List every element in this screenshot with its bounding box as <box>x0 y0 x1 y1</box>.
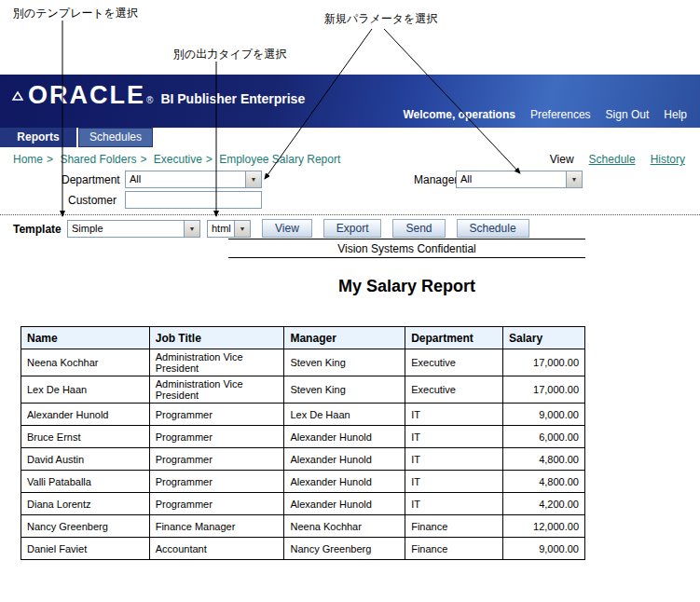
breadcrumb-separator: > <box>140 153 146 166</box>
table-cell: 9,000.00 <box>503 538 585 560</box>
welcome-text: Welcome, operations <box>403 108 515 121</box>
table-cell: Neena Kochhar <box>284 515 405 538</box>
manager-select-value: All <box>457 171 566 187</box>
table-cell: Lex De Haan <box>284 404 405 426</box>
table-cell: Finance <box>405 538 503 560</box>
customer-input[interactable] <box>125 191 262 209</box>
banner-links: Welcome, operations Preferences Sign Out… <box>403 108 687 121</box>
product-title: BI Publisher Enterprise <box>160 91 305 106</box>
dropdown-arrow-icon: ▼ <box>566 171 582 187</box>
view-mode-label: View <box>550 153 574 166</box>
breadcrumb-shared-folders[interactable]: Shared Folders <box>60 153 136 166</box>
sign-out-link[interactable]: Sign Out <box>606 108 650 121</box>
table-cell: David Austin <box>21 448 150 471</box>
breadcrumb-separator: > <box>206 153 213 166</box>
template-select[interactable]: Simple ▼ <box>67 220 200 238</box>
schedule-button[interactable]: Schedule <box>457 219 529 238</box>
schedule-link[interactable]: Schedule <box>589 153 636 166</box>
preferences-link[interactable]: Preferences <box>530 108 591 121</box>
table-cell: Diana Lorentz <box>21 493 150 515</box>
department-select-value: All <box>126 171 245 187</box>
table-cell: Alexander Hunold <box>284 471 405 493</box>
table-cell: IT <box>405 404 503 426</box>
table-cell: Executive <box>405 376 503 404</box>
breadcrumb-separator: > <box>47 153 53 166</box>
output-type-select-value: html <box>208 221 234 237</box>
banner: ORACLE ® BI Publisher Enterprise Welcome… <box>0 75 700 128</box>
table-cell: Alexander Hunold <box>284 493 405 515</box>
breadcrumb-home[interactable]: Home <box>13 153 43 166</box>
manager-label: Manager <box>414 173 458 186</box>
table-row: Valli PataballaProgrammerAlexander Hunol… <box>21 471 585 493</box>
history-link[interactable]: History <box>651 153 685 166</box>
col-header-name: Name <box>21 327 150 349</box>
col-header-salary: Salary <box>503 327 585 349</box>
table-row: Neena KochharAdministration Vice Preside… <box>21 349 585 376</box>
department-label: Department <box>62 173 120 186</box>
dropdown-arrow-icon: ▼ <box>184 221 199 237</box>
table-cell: Accountant <box>149 538 284 560</box>
annotation-select-template: 別のテンプレートを選択 <box>13 6 138 21</box>
annotation-select-parameters: 新規パラメータを選択 <box>324 11 437 27</box>
table-cell: Nancy Greenberg <box>21 515 150 538</box>
table-cell: Finance Manager <box>149 515 284 538</box>
table-row: Bruce ErnstProgrammerAlexander HunoldIT6… <box>21 426 585 448</box>
table-cell: Programmer <box>149 448 284 471</box>
table-cell: Programmer <box>149 426 284 448</box>
manager-select[interactable]: All ▼ <box>456 171 583 188</box>
table-cell: IT <box>405 471 503 493</box>
table-cell: Alexander Hunold <box>21 404 150 426</box>
table-cell: Steven King <box>284 376 405 404</box>
help-link[interactable]: Help <box>664 108 687 121</box>
view-button[interactable]: View <box>262 219 312 238</box>
annotation-select-output: 別の出力タイプを選択 <box>173 47 286 62</box>
table-cell: Executive <box>405 349 503 376</box>
table-cell: 4,200.00 <box>503 493 585 515</box>
table-row: Lex De HaanAdministration Vice President… <box>21 376 585 404</box>
salary-table: Name Job Title Manager Department Salary… <box>21 326 585 560</box>
table-cell: Valli Pataballa <box>21 471 150 493</box>
table-cell: Administration Vice President <box>149 349 284 376</box>
tab-bar: Reports Schedules <box>0 128 700 147</box>
output-type-select[interactable]: html ▼ <box>207 220 251 238</box>
table-cell: Programmer <box>149 404 284 426</box>
breadcrumb-executive[interactable]: Executive <box>154 153 202 166</box>
salary-table-body: Neena KochharAdministration Vice Preside… <box>21 349 585 560</box>
department-select[interactable]: All ▼ <box>125 171 262 188</box>
breadcrumb-employee-salary-report[interactable]: Employee Salary Report <box>219 153 340 166</box>
table-cell: Daniel Faviet <box>21 538 150 560</box>
registered-mark: ® <box>146 95 153 105</box>
breadcrumb: Home> Shared Folders> Executive> Employe… <box>13 153 344 166</box>
table-cell: Programmer <box>149 493 284 515</box>
col-header-department: Department <box>405 327 503 349</box>
confidential-header: Vision Systems Confidential <box>228 239 585 258</box>
table-cell: 12,000.00 <box>503 515 585 538</box>
table-row: Daniel FavietAccountantNancy GreenbergFi… <box>21 538 585 560</box>
oracle-logo: ORACLE <box>28 81 145 110</box>
table-cell: Administration Vice President <box>149 376 284 404</box>
table-cell: 4,800.00 <box>503 471 585 493</box>
table-cell: Bruce Ernst <box>21 426 150 448</box>
table-cell: 17,000.00 <box>503 376 585 404</box>
table-row: Diana LorentzProgrammerAlexander HunoldI… <box>21 493 585 515</box>
toolbar-buttons: View Export Send Schedule <box>262 219 529 238</box>
table-cell: Neena Kochhar <box>21 349 150 376</box>
table-cell: Finance <box>405 515 503 538</box>
template-label: Template <box>13 223 62 236</box>
tab-reports[interactable]: Reports <box>0 128 76 147</box>
table-cell: Steven King <box>284 349 405 376</box>
col-header-manager: Manager <box>284 327 405 349</box>
export-button[interactable]: Export <box>323 219 382 238</box>
send-button[interactable]: Send <box>392 219 445 238</box>
table-cell: Programmer <box>149 471 284 493</box>
dropdown-arrow-icon: ▼ <box>234 221 250 237</box>
table-cell: Lex De Haan <box>21 376 150 404</box>
table-cell: IT <box>405 426 503 448</box>
table-cell: 17,000.00 <box>503 349 585 376</box>
tab-schedules[interactable]: Schedules <box>78 128 153 147</box>
dropdown-arrow-icon: ▼ <box>245 171 261 187</box>
table-row: Nancy GreenbergFinance ManagerNeena Koch… <box>21 515 585 538</box>
customer-label: Customer <box>68 194 117 207</box>
table-cell: IT <box>405 493 503 515</box>
table-cell: 6,000.00 <box>503 426 585 448</box>
